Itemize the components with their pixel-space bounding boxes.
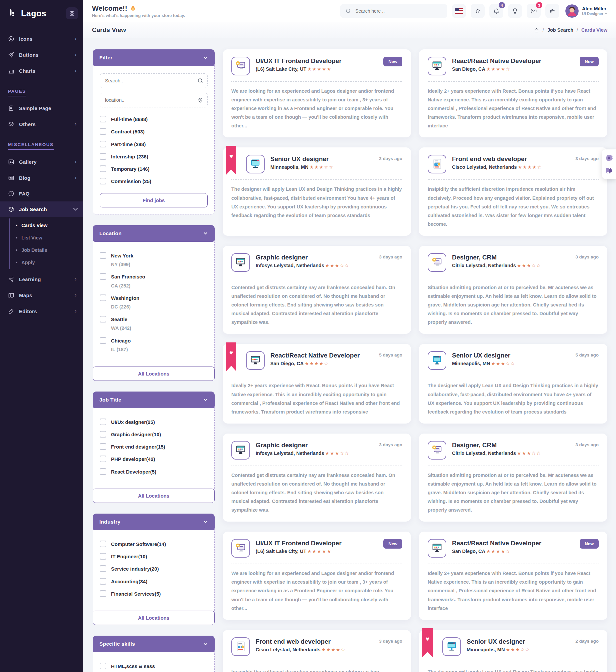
checkbox[interactable] bbox=[100, 456, 106, 462]
job-title[interactable]: React/React Native Developer bbox=[452, 57, 574, 65]
checkbox-option[interactable]: UI/Ux designer(25) bbox=[100, 419, 208, 426]
checkbox-option[interactable]: ChicagoIL (187) bbox=[100, 338, 208, 353]
checkbox[interactable] bbox=[100, 294, 106, 301]
checkbox[interactable] bbox=[100, 273, 106, 280]
job-title[interactable]: Front end web developer bbox=[452, 155, 570, 163]
checkbox-option[interactable]: IT Engineer(10) bbox=[100, 553, 208, 560]
customizer-color-button[interactable] bbox=[605, 167, 613, 175]
checkbox-option[interactable]: Part-time (288) bbox=[100, 141, 208, 148]
job-card[interactable]: ♥Senior UX designerMinneapolis, MN★★★☆☆2… bbox=[419, 630, 607, 672]
all-locations-button[interactable]: All Locations bbox=[93, 489, 215, 503]
checkbox-option[interactable]: Temporary (146) bbox=[100, 166, 208, 172]
sidebar-item-others[interactable]: Others› bbox=[0, 116, 83, 132]
checkbox-option[interactable]: Full-time (8688) bbox=[100, 116, 208, 123]
job-title[interactable]: React/React Native Developer bbox=[270, 352, 373, 359]
sidebar-item-charts[interactable]: Charts› bbox=[0, 63, 83, 79]
filter-search-input[interactable] bbox=[100, 73, 208, 88]
job-card[interactable]: React/React Native DeveloperSan Diego, C… bbox=[419, 49, 607, 137]
job-card[interactable]: Front end web developerCisco Lelystad, N… bbox=[223, 630, 411, 672]
job-title[interactable]: Front end web developer bbox=[256, 638, 373, 645]
search-input[interactable] bbox=[355, 8, 442, 14]
sidebar-item-icons[interactable]: Icons› bbox=[0, 31, 83, 47]
sidebar-item-faq[interactable]: FAQ bbox=[0, 186, 83, 201]
checkbox[interactable] bbox=[100, 443, 106, 450]
basket-button[interactable] bbox=[545, 4, 559, 18]
job-title[interactable]: UI/UX IT Frontend Developer bbox=[256, 540, 378, 547]
job-card[interactable]: UI/UX IT Frontend Developer(L6) Salt Lak… bbox=[223, 532, 411, 620]
job-card[interactable]: Front end web developerCisco Lelystad, N… bbox=[419, 147, 607, 235]
star-shooting-button[interactable] bbox=[471, 4, 485, 18]
checkbox[interactable] bbox=[100, 116, 106, 122]
job-title[interactable]: UI/UX IT Frontend Developer bbox=[256, 57, 378, 65]
sidebar-item-buttons[interactable]: Buttons› bbox=[0, 47, 83, 63]
bulb-button[interactable] bbox=[508, 4, 522, 18]
job-title[interactable]: Senior UX designer bbox=[452, 352, 570, 359]
mail-button[interactable]: 3 bbox=[527, 4, 541, 18]
submenu-item-apply[interactable]: •Apply bbox=[10, 256, 83, 268]
checkbox-option[interactable]: New YorkNY (399) bbox=[100, 252, 208, 268]
checkbox[interactable] bbox=[100, 178, 106, 184]
all-locations-button[interactable]: All Locations bbox=[93, 611, 215, 625]
language-flag-button[interactable] bbox=[452, 4, 466, 18]
checkbox[interactable] bbox=[100, 565, 106, 572]
sidebar-item-sample-page[interactable]: Sample Page bbox=[0, 100, 83, 116]
panel-header[interactable]: Filter bbox=[93, 49, 215, 66]
panel-header[interactable]: Industry bbox=[93, 514, 215, 530]
job-card[interactable]: UI/UX IT Frontend Developer(L6) Salt Lak… bbox=[223, 49, 411, 137]
checkbox[interactable] bbox=[100, 468, 106, 475]
job-card[interactable]: React/React Native DeveloperSan Diego, C… bbox=[419, 532, 607, 620]
checkbox[interactable] bbox=[100, 316, 106, 322]
sidebar-item-learning[interactable]: Learning› bbox=[0, 271, 83, 287]
checkbox-option[interactable]: Internship (236) bbox=[100, 153, 208, 160]
job-card[interactable]: Senior UX designerMinneapolis, MN★★★☆☆5 … bbox=[419, 344, 607, 423]
customizer-settings-button[interactable] bbox=[605, 154, 613, 162]
submenu-item-cards-view[interactable]: •Cards View bbox=[10, 219, 83, 231]
checkbox-option[interactable]: React Developer(5) bbox=[100, 469, 208, 475]
user-profile[interactable]: Alen Miller UI Designer bbox=[565, 4, 607, 18]
job-title[interactable]: Graphic designer bbox=[256, 254, 373, 261]
sidebar-item-gallery[interactable]: Gallery› bbox=[0, 154, 83, 170]
panel-header[interactable]: Location bbox=[93, 225, 215, 242]
job-card[interactable]: Designer, CRMCitrix Lelystad, Netherland… bbox=[419, 434, 607, 522]
filter-location-input[interactable] bbox=[100, 93, 208, 107]
job-title[interactable]: Designer, CRM bbox=[452, 442, 570, 449]
checkbox[interactable] bbox=[100, 590, 106, 597]
submenu-item-job-details[interactable]: •Job Details bbox=[10, 244, 83, 256]
sidebar-item-job-search[interactable]: Job Search bbox=[0, 201, 83, 217]
checkbox-option[interactable]: PHP developer(42) bbox=[100, 456, 208, 463]
checkbox-option[interactable]: Commission (25) bbox=[100, 178, 208, 185]
job-title[interactable]: Senior UX designer bbox=[467, 638, 570, 645]
sidebar-item-maps[interactable]: Maps› bbox=[0, 287, 83, 303]
job-title[interactable]: React/React Native Developer bbox=[452, 540, 574, 547]
job-title[interactable]: Senior UX designer bbox=[270, 155, 373, 163]
checkbox-option[interactable]: Accounting(34) bbox=[100, 578, 208, 585]
checkbox[interactable] bbox=[100, 128, 106, 135]
checkbox[interactable] bbox=[100, 553, 106, 560]
checkbox[interactable] bbox=[100, 153, 106, 160]
sidebar-item-editors[interactable]: Editors› bbox=[0, 303, 83, 319]
job-card[interactable]: Graphic designerInfosys Lelystad, Nether… bbox=[223, 246, 411, 334]
checkbox[interactable] bbox=[100, 578, 106, 585]
checkbox-option[interactable]: SeattleWA (242) bbox=[100, 316, 208, 332]
panel-header[interactable]: Job Title bbox=[93, 392, 215, 408]
checkbox[interactable] bbox=[100, 165, 106, 172]
checkbox-option[interactable]: Contract (503) bbox=[100, 128, 208, 135]
logo[interactable]: Lagos bbox=[8, 8, 46, 18]
all-locations-button[interactable]: All Locations bbox=[93, 367, 215, 381]
bell-button[interactable]: 4 bbox=[489, 4, 503, 18]
sidebar-item-blog[interactable]: Blog› bbox=[0, 170, 83, 186]
checkbox-option[interactable]: Graphic designer(10) bbox=[100, 431, 208, 438]
find-jobs-button[interactable]: Find jobs bbox=[100, 193, 208, 207]
checkbox[interactable] bbox=[100, 141, 106, 147]
job-card[interactable]: ♥React/React Native DeveloperSan Diego, … bbox=[223, 344, 411, 423]
home-icon[interactable] bbox=[534, 27, 539, 33]
checkbox-option[interactable]: Front end designer(15) bbox=[100, 444, 208, 450]
job-title[interactable]: Graphic designer bbox=[256, 442, 373, 449]
checkbox[interactable] bbox=[100, 541, 106, 547]
checkbox-option[interactable]: WashingtonDC (226) bbox=[100, 295, 208, 310]
panel-header[interactable]: Specific skills bbox=[93, 636, 215, 652]
checkbox[interactable] bbox=[100, 337, 106, 344]
checkbox-option[interactable]: Computer Software(14) bbox=[100, 541, 208, 548]
job-card[interactable]: ♥Senior UX designerMinneapolis, MN★★★☆☆2… bbox=[223, 147, 411, 235]
job-card[interactable]: Designer, CRMCitrix Lelystad, Netherland… bbox=[419, 246, 607, 334]
